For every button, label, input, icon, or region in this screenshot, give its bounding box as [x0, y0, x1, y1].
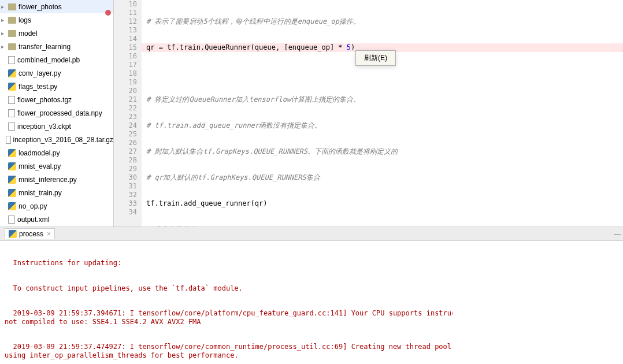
python-icon: [8, 176, 16, 184]
context-menu-refresh[interactable]: 刷新(E): [355, 50, 396, 66]
tree-item-output-xml[interactable]: output.xml: [0, 213, 113, 226]
tree-item-inception-ckpt[interactable]: inception_v3.ckpt: [0, 120, 113, 133]
folder-icon: [8, 17, 16, 24]
python-icon: [8, 202, 16, 210]
folder-icon: [8, 43, 16, 50]
folder-icon: [8, 3, 16, 10]
line-gutter[interactable]: 10 11 1213141516171819202122232425262728…: [114, 0, 142, 226]
tree-item-transfer-learning[interactable]: ▸transfer_learning: [0, 40, 113, 53]
hide-panel-icon[interactable]: —: [614, 230, 621, 238]
file-icon: [8, 56, 15, 64]
breakpoint-icon[interactable]: [105, 10, 111, 16]
tree-item-logs[interactable]: ▸logs: [0, 13, 113, 27]
tree-item-flower-processed[interactable]: flower_processed_data.npy: [0, 106, 113, 120]
tree-item-model[interactable]: ▸model: [0, 27, 113, 40]
file-icon: [8, 122, 15, 131]
python-icon: [8, 83, 16, 91]
file-icon: [8, 216, 15, 224]
file-icon: [6, 136, 11, 144]
python-icon: [8, 149, 16, 157]
tab-label: process: [19, 230, 43, 238]
tree-item-combined-model[interactable]: combined_model.pb: [0, 53, 113, 66]
tree-item-flower-photos-tgz[interactable]: flower_photos.tgz: [0, 93, 113, 106]
tree-item-mnist-eval[interactable]: mnist_eval.py: [0, 159, 113, 173]
python-icon: [8, 69, 16, 77]
tree-item-no-op[interactable]: no_op.py: [0, 199, 113, 213]
file-icon: [8, 109, 15, 117]
console-output[interactable]: Instructions for updating: To construct …: [0, 241, 623, 364]
tree-item-loadmodel[interactable]: loadmodel.py: [0, 146, 113, 159]
tree-item-flower-photos[interactable]: ▸flower_photos: [0, 0, 113, 13]
python-icon: [9, 230, 17, 238]
folder-icon: [8, 30, 16, 37]
tree-item-mnist-inference[interactable]: mnist_inference.py: [0, 173, 113, 186]
code-editor[interactable]: 10 11 1213141516171819202122232425262728…: [114, 0, 623, 226]
blank-panel: [453, 241, 623, 364]
close-icon[interactable]: ×: [47, 230, 51, 238]
python-icon: [8, 189, 16, 197]
python-icon: [8, 162, 16, 170]
console-tab-bar: process × —: [0, 227, 623, 241]
tree-item-inception-tar[interactable]: inception_v3_2016_08_28.tar.gz: [0, 133, 113, 146]
file-icon: [8, 96, 15, 104]
tab-process[interactable]: process ×: [5, 228, 55, 239]
tree-item-mnist-train[interactable]: mnist_train.py: [0, 186, 113, 199]
tree-item-flags-test[interactable]: flags_test.py: [0, 80, 113, 93]
project-tree: ▸flower_photos ▸logs ▸model ▸transfer_le…: [0, 0, 114, 226]
tree-item-conv-layer[interactable]: conv_layer.py: [0, 66, 113, 80]
code-area[interactable]: # 表示了需要启动5个线程，每个线程中运行的是enqueue_op操作。 qr …: [142, 0, 623, 226]
